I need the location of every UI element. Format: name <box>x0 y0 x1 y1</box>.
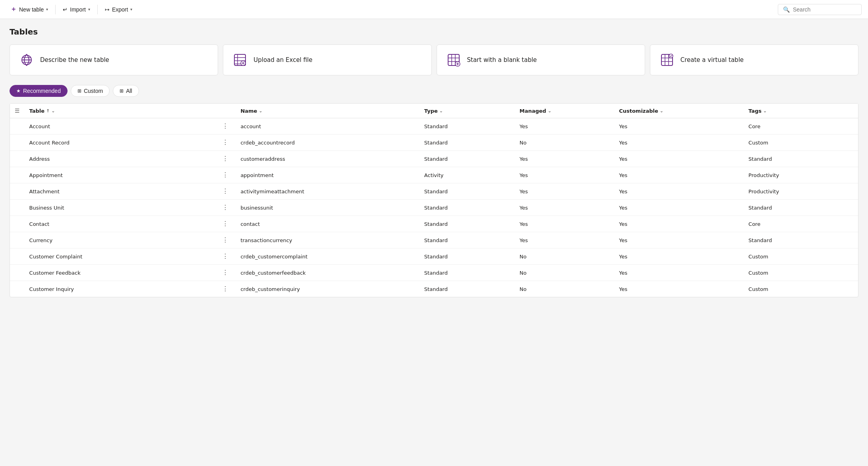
th-tags[interactable]: Tags ⌄ <box>744 104 858 118</box>
virtual-table-card[interactable]: Create a virtual table <box>650 44 858 75</box>
table-row[interactable]: Customer Complaint ⋮ crdeb_customercompl… <box>10 248 858 265</box>
cell-type: Standard <box>420 281 515 297</box>
table-row[interactable]: Appointment ⋮ appointment Activity Yes Y… <box>10 167 858 183</box>
table-row[interactable]: Customer Feedback ⋮ crdeb_customerfeedba… <box>10 265 858 281</box>
th-customizable[interactable]: Customizable ⌄ <box>614 104 744 118</box>
cell-dots[interactable]: ⋮ <box>215 135 236 151</box>
filter-recommended[interactable]: ★ Recommended <box>10 85 68 97</box>
th-name[interactable]: Name ⌄ <box>236 104 419 118</box>
cell-table: Customer Complaint <box>25 248 215 265</box>
row-icon-cell <box>10 183 25 200</box>
export-icon: ↦ <box>105 6 110 13</box>
th-type-label: Type <box>424 108 438 114</box>
upload-card[interactable]: Upload an Excel file <box>223 44 431 75</box>
table-row[interactable]: Account Record ⋮ crdeb_accountrecord Sta… <box>10 135 858 151</box>
cell-name: activitymimeattachment <box>236 183 419 200</box>
describe-card[interactable]: Describe the new table <box>10 44 218 75</box>
upload-card-label: Upload an Excel file <box>253 56 312 64</box>
cell-table: Customer Inquiry <box>25 281 215 297</box>
filter-all[interactable]: ⊞ All <box>113 85 139 97</box>
cell-dots[interactable]: ⋮ <box>215 248 236 265</box>
cell-name: contact <box>236 216 419 232</box>
row-context-menu-button[interactable]: ⋮ <box>220 122 231 130</box>
sort-toggle-icon: ⌄ <box>51 108 55 114</box>
row-context-menu-button[interactable]: ⋮ <box>220 204 231 212</box>
cell-tags: Standard <box>744 200 858 216</box>
cell-type: Standard <box>420 200 515 216</box>
cell-managed: No <box>515 265 614 281</box>
table-row[interactable]: Address ⋮ customeraddress Standard Yes Y… <box>10 151 858 167</box>
cell-customizable: Yes <box>614 167 744 183</box>
cell-tags: Productivity <box>744 183 858 200</box>
filter-custom[interactable]: ⊞ Custom <box>71 85 110 97</box>
row-context-menu-button[interactable]: ⋮ <box>220 155 231 163</box>
cell-name: crdeb_customerfeedback <box>236 265 419 281</box>
row-context-menu-button[interactable]: ⋮ <box>220 139 231 146</box>
cell-dots[interactable]: ⋮ <box>215 183 236 200</box>
row-context-menu-button[interactable]: ⋮ <box>220 252 231 260</box>
row-context-menu-button[interactable]: ⋮ <box>220 285 231 293</box>
cell-customizable: Yes <box>614 265 744 281</box>
cell-customizable: Yes <box>614 232 744 248</box>
cell-dots[interactable]: ⋮ <box>215 232 236 248</box>
cell-dots[interactable]: ⋮ <box>215 200 236 216</box>
cell-name: businessunit <box>236 200 419 216</box>
row-context-menu-button[interactable]: ⋮ <box>220 171 231 179</box>
cell-dots[interactable]: ⋮ <box>215 151 236 167</box>
sort-asc-icon: ↑ <box>46 108 50 114</box>
cell-dots[interactable]: ⋮ <box>215 167 236 183</box>
cell-name: account <box>236 118 419 135</box>
cell-dots[interactable]: ⋮ <box>215 281 236 297</box>
table-row[interactable]: Business Unit ⋮ businessunit Standard Ye… <box>10 200 858 216</box>
th-managed[interactable]: Managed ⌄ <box>515 104 614 118</box>
cards-row: Describe the new table Upload an Excel f… <box>10 44 858 75</box>
data-table-container: ☰ Table ↑ ⌄ Name ⌄ <box>10 103 858 297</box>
th-table-label: Table <box>29 108 45 114</box>
row-context-menu-button[interactable]: ⋮ <box>220 236 231 244</box>
blank-card-label: Start with a blank table <box>467 56 537 64</box>
cell-name: transactioncurrency <box>236 232 419 248</box>
chevron-down-icon-3: ▾ <box>130 7 132 12</box>
row-icon-cell <box>10 118 25 135</box>
star-icon: ★ <box>16 88 21 94</box>
th-table[interactable]: Table ↑ ⌄ <box>25 104 215 118</box>
cell-dots[interactable]: ⋮ <box>215 216 236 232</box>
cell-table: Customer Feedback <box>25 265 215 281</box>
cell-managed: Yes <box>515 151 614 167</box>
row-icon-cell <box>10 135 25 151</box>
page-content: Tables Describe the new table <box>0 19 868 305</box>
toolbar-divider-1 <box>55 5 56 14</box>
row-icon-cell <box>10 248 25 265</box>
row-icon-cell <box>10 151 25 167</box>
toolbar: ＋ New table ▾ ↵ Import ▾ ↦ Export ▾ 🔍 <box>0 0 868 19</box>
virtual-card-label: Create a virtual table <box>680 56 744 64</box>
table-row[interactable]: Customer Inquiry ⋮ crdeb_customerinquiry… <box>10 281 858 297</box>
row-context-menu-button[interactable]: ⋮ <box>220 187 231 195</box>
table-row[interactable]: Contact ⋮ contact Standard Yes Yes Core <box>10 216 858 232</box>
cell-customizable: Yes <box>614 281 744 297</box>
search-box[interactable]: 🔍 <box>778 4 862 15</box>
cell-table: Address <box>25 151 215 167</box>
table-row[interactable]: Attachment ⋮ activitymimeattachment Stan… <box>10 183 858 200</box>
row-context-menu-button[interactable]: ⋮ <box>220 269 231 277</box>
import-label: Import <box>70 6 86 13</box>
cell-name: appointment <box>236 167 419 183</box>
table-row[interactable]: Currency ⋮ transactioncurrency Standard … <box>10 232 858 248</box>
cell-dots[interactable]: ⋮ <box>215 265 236 281</box>
export-button[interactable]: ↦ Export ▾ <box>101 4 136 15</box>
new-table-button[interactable]: ＋ New table ▾ <box>6 3 52 16</box>
customizable-sort-icon: ⌄ <box>660 108 663 114</box>
table-row[interactable]: Account ⋮ account Standard Yes Yes Core <box>10 118 858 135</box>
filter-all-label: All <box>126 88 132 94</box>
cell-dots[interactable]: ⋮ <box>215 118 236 135</box>
cell-managed: No <box>515 135 614 151</box>
search-input[interactable] <box>793 6 856 13</box>
all-grid-icon: ⊞ <box>120 88 124 94</box>
blank-table-card[interactable]: Start with a blank table <box>437 44 645 75</box>
cell-name: crdeb_accountrecord <box>236 135 419 151</box>
import-button[interactable]: ↵ Import ▾ <box>59 4 94 15</box>
th-icon: ☰ <box>10 104 25 118</box>
tags-sort-icon: ⌄ <box>763 108 767 114</box>
th-type[interactable]: Type ⌄ <box>420 104 515 118</box>
row-context-menu-button[interactable]: ⋮ <box>220 220 231 228</box>
